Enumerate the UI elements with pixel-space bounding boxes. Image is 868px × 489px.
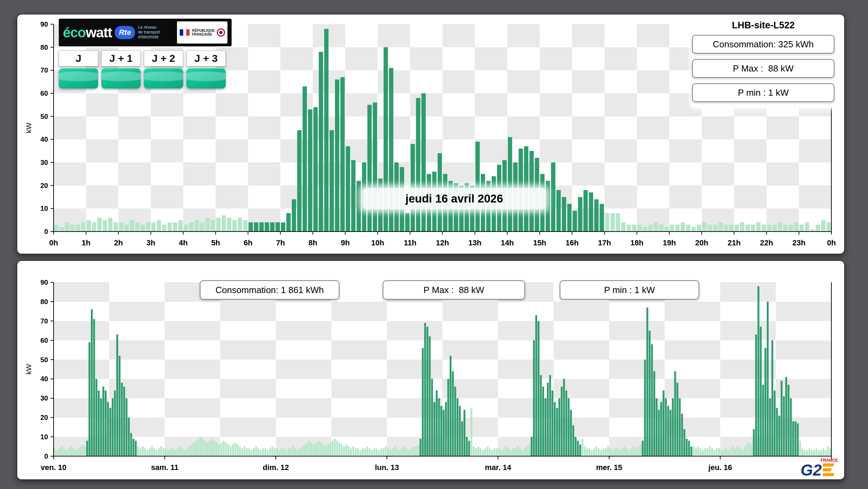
svg-text:80: 80 [40, 298, 48, 305]
day-button-j1[interactable]: J + 1 [101, 50, 141, 88]
svg-text:0: 0 [44, 228, 48, 235]
svg-text:50: 50 [40, 356, 48, 364]
rte-tagline-line: Le réseau [138, 25, 160, 30]
svg-text:dim. 12: dim. 12 [263, 463, 289, 472]
ademe-logo [217, 28, 225, 37]
svg-text:4h: 4h [179, 238, 188, 247]
svg-text:10: 10 [40, 433, 48, 441]
svg-text:60: 60 [40, 337, 48, 344]
stat-weekly-consumption: Consommation: 1 861 kWh [200, 280, 339, 300]
svg-text:0h: 0h [49, 238, 58, 247]
day-button-label: J + 1 [101, 50, 141, 66]
svg-text:mar. 14: mar. 14 [485, 463, 512, 472]
svg-text:kW: kW [25, 364, 32, 375]
day-button-j2[interactable]: J + 2 [144, 50, 183, 88]
svg-text:2h: 2h [114, 238, 123, 247]
svg-text:17h: 17h [598, 238, 611, 247]
g2e-e-icon [823, 463, 835, 477]
ecowatt-logo-watt: watt [86, 25, 112, 40]
day-button-j[interactable]: J [59, 50, 98, 88]
stat-daily-consumption: Consommation: 325 kWh [692, 35, 834, 54]
svg-text:8h: 8h [308, 238, 317, 247]
rte-mark: Rte [115, 26, 135, 39]
svg-text:15h: 15h [533, 238, 546, 247]
svg-text:1h: 1h [82, 238, 91, 247]
ecowatt-day-selector: J J + 1 J + 2 J + 3 [59, 50, 226, 88]
svg-text:19h: 19h [663, 238, 676, 247]
svg-text:mer. 15: mer. 15 [596, 463, 622, 472]
rte-logo: Rte Le réseau de transport d'électricité [115, 25, 160, 39]
svg-text:40: 40 [40, 375, 48, 383]
svg-text:10: 10 [40, 205, 48, 212]
svg-text:16h: 16h [566, 238, 579, 247]
svg-text:9h: 9h [341, 238, 350, 247]
stat-daily-pmax: P Max : 88 kW [692, 59, 834, 78]
svg-text:90: 90 [40, 20, 48, 28]
svg-text:50: 50 [40, 113, 48, 120]
day-button-label: J [59, 50, 98, 66]
svg-text:kW: kW [25, 123, 32, 133]
svg-text:70: 70 [40, 66, 48, 74]
svg-text:20: 20 [40, 182, 48, 189]
g2e-text: G2 [801, 462, 822, 478]
francaise-line: FRANÇAISE [192, 32, 215, 37]
g2e-france-label: FRANCE [821, 458, 838, 463]
site-name: LHB-site-L522 [691, 20, 835, 31]
france-flag-icon [179, 29, 190, 36]
site-stats-card: LHB-site-L522 Consommation: 325 kWh P Ma… [691, 17, 835, 107]
svg-text:3h: 3h [146, 238, 155, 247]
svg-text:70: 70 [40, 317, 48, 325]
g2e-logo: G2 FRANCE [801, 462, 835, 478]
svg-text:6h: 6h [244, 238, 253, 247]
day-button-j3[interactable]: J + 3 [186, 50, 226, 88]
svg-text:40: 40 [40, 135, 48, 143]
svg-text:14h: 14h [501, 238, 514, 247]
svg-text:80: 80 [40, 44, 48, 51]
republique-line: RÉPUBLIQUE [192, 29, 215, 33]
ecowatt-signal-green-j-icon [59, 68, 98, 88]
svg-text:11h: 11h [404, 238, 417, 247]
stat-weekly-pmax: P Max : 88 kW [383, 280, 525, 300]
daily-panel: 01020304050607080900h1h2h3h4h5h6h7h8h9h1… [17, 14, 845, 254]
svg-text:5h: 5h [211, 238, 220, 247]
svg-text:90: 90 [40, 279, 48, 286]
ecowatt-signal-green-j2-icon [144, 68, 183, 88]
ecowatt-header: écowatt Rte Le réseau de transport d'éle… [59, 19, 232, 46]
weekly-panel: 0102030405060708090ven. 10sam. 11dim. 12… [17, 260, 845, 480]
stat-daily-pmin: P min : 1 kW [692, 83, 834, 102]
selected-date-badge: jeudi 16 avril 2026 [363, 188, 546, 209]
stat-weekly-pmin: P min : 1 kW [560, 280, 699, 300]
svg-text:18h: 18h [631, 238, 644, 247]
ecowatt-signal-green-j3-icon [186, 68, 226, 88]
svg-text:ven. 10: ven. 10 [41, 463, 67, 472]
svg-text:7h: 7h [276, 238, 285, 247]
svg-text:lun. 13: lun. 13 [375, 463, 399, 472]
republique-francaise-text: RÉPUBLIQUE FRANÇAISE [192, 29, 215, 37]
svg-text:30: 30 [40, 159, 48, 166]
svg-text:21h: 21h [728, 238, 741, 247]
svg-text:0h: 0h [827, 238, 836, 247]
day-button-label: J + 2 [144, 50, 183, 66]
day-button-label: J + 3 [186, 50, 226, 66]
rte-tagline-line: de transport [138, 30, 160, 35]
svg-text:sam. 11: sam. 11 [151, 463, 179, 472]
svg-text:22h: 22h [760, 238, 773, 247]
ecowatt-logo: écowatt [63, 25, 112, 40]
rte-tagline-line: d'électricité [138, 35, 160, 40]
svg-text:20: 20 [40, 414, 48, 421]
rte-tagline: Le réseau de transport d'électricité [138, 25, 160, 39]
svg-text:jeu. 16: jeu. 16 [708, 463, 732, 472]
republique-francaise-logo: RÉPUBLIQUE FRANÇAISE [177, 21, 227, 44]
ecowatt-signal-green-j1-icon [101, 68, 141, 88]
svg-text:0: 0 [44, 452, 48, 460]
ecowatt-logo-eco: éco [63, 25, 86, 40]
svg-text:12h: 12h [436, 238, 449, 247]
svg-text:20h: 20h [695, 238, 708, 247]
svg-text:10h: 10h [371, 238, 384, 247]
svg-text:23h: 23h [792, 238, 805, 247]
svg-text:30: 30 [40, 394, 48, 402]
svg-text:60: 60 [40, 90, 48, 97]
svg-text:13h: 13h [468, 238, 482, 247]
